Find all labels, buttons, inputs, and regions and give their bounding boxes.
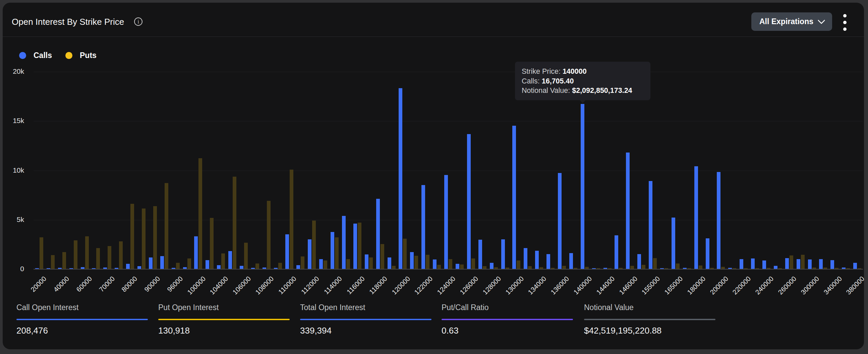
- call-bar[interactable]: [183, 267, 187, 269]
- put-bar[interactable]: [608, 268, 612, 269]
- put-bar[interactable]: [539, 267, 543, 269]
- call-bar[interactable]: [706, 238, 709, 269]
- put-bar[interactable]: [642, 265, 645, 269]
- put-bar[interactable]: [562, 266, 566, 269]
- put-bar[interactable]: [210, 218, 214, 269]
- put-bar[interactable]: [198, 158, 202, 269]
- call-bar[interactable]: [217, 265, 221, 269]
- call-bar[interactable]: [410, 252, 414, 269]
- put-bar[interactable]: [119, 242, 123, 269]
- call-bar[interactable]: [137, 266, 141, 269]
- put-bar[interactable]: [176, 263, 180, 269]
- call-bar[interactable]: [285, 234, 289, 269]
- put-bar[interactable]: [812, 267, 816, 269]
- put-bar[interactable]: [74, 240, 78, 269]
- call-bar[interactable]: [331, 232, 334, 269]
- call-bar[interactable]: [581, 104, 584, 269]
- call-bar[interactable]: [228, 251, 232, 269]
- call-bar[interactable]: [251, 268, 255, 269]
- call-bar[interactable]: [35, 268, 39, 269]
- call-bar[interactable]: [808, 259, 812, 269]
- put-bar[interactable]: [585, 267, 589, 269]
- call-bar[interactable]: [672, 218, 675, 269]
- call-bar[interactable]: [172, 268, 175, 269]
- put-bar[interactable]: [301, 256, 304, 269]
- call-bar[interactable]: [774, 266, 777, 269]
- put-bar[interactable]: [505, 267, 509, 269]
- call-bar[interactable]: [92, 268, 96, 269]
- put-bar[interactable]: [255, 263, 259, 269]
- put-bar[interactable]: [483, 266, 487, 269]
- put-bar[interactable]: [653, 258, 657, 269]
- call-bar[interactable]: [660, 268, 664, 269]
- call-bar[interactable]: [365, 254, 368, 269]
- call-bar[interactable]: [501, 239, 505, 269]
- call-bar[interactable]: [740, 259, 743, 269]
- call-bar[interactable]: [388, 257, 391, 269]
- call-bar[interactable]: [422, 185, 425, 269]
- put-bar[interactable]: [369, 257, 373, 269]
- call-bar[interactable]: [615, 235, 618, 269]
- call-bar[interactable]: [785, 258, 789, 269]
- call-bar[interactable]: [353, 224, 357, 269]
- call-bar[interactable]: [683, 268, 687, 269]
- call-bar[interactable]: [535, 251, 539, 269]
- call-bar[interactable]: [444, 175, 448, 269]
- put-bar[interactable]: [346, 259, 350, 269]
- put-bar[interactable]: [290, 170, 293, 269]
- put-bar[interactable]: [130, 204, 134, 269]
- put-bar[interactable]: [710, 268, 714, 269]
- put-bar[interactable]: [789, 255, 793, 269]
- put-bar[interactable]: [676, 263, 680, 269]
- call-bar[interactable]: [103, 267, 107, 269]
- put-bar[interactable]: [267, 201, 271, 269]
- put-bar[interactable]: [62, 252, 66, 269]
- call-bar[interactable]: [297, 265, 300, 269]
- put-bar[interactable]: [699, 265, 702, 269]
- put-bar[interactable]: [460, 264, 464, 269]
- call-bar[interactable]: [797, 259, 800, 269]
- call-bar[interactable]: [160, 256, 164, 269]
- call-bar[interactable]: [240, 266, 243, 269]
- put-bar[interactable]: [574, 268, 577, 269]
- call-bar[interactable]: [853, 263, 857, 269]
- put-bar[interactable]: [824, 267, 827, 269]
- call-bar[interactable]: [46, 268, 50, 269]
- put-bar[interactable]: [107, 246, 111, 269]
- put-bar[interactable]: [323, 260, 327, 269]
- call-bar[interactable]: [569, 253, 573, 269]
- call-bar[interactable]: [342, 216, 346, 269]
- put-bar[interactable]: [755, 268, 759, 269]
- put-bar[interactable]: [244, 243, 248, 269]
- put-bar[interactable]: [187, 258, 191, 269]
- call-bar[interactable]: [524, 248, 527, 269]
- put-bar[interactable]: [517, 260, 520, 269]
- put-bar[interactable]: [165, 183, 168, 269]
- call-bar[interactable]: [592, 268, 596, 269]
- put-bar[interactable]: [403, 239, 407, 269]
- call-bar[interactable]: [262, 267, 266, 269]
- put-bar[interactable]: [767, 268, 770, 269]
- put-bar[interactable]: [335, 237, 339, 269]
- put-bar[interactable]: [96, 248, 100, 269]
- call-bar[interactable]: [126, 264, 130, 269]
- put-bar[interactable]: [426, 255, 430, 269]
- put-bar[interactable]: [142, 208, 146, 269]
- call-bar[interactable]: [433, 259, 436, 269]
- call-bar[interactable]: [115, 268, 118, 269]
- call-bar[interactable]: [717, 172, 720, 269]
- call-bar[interactable]: [194, 236, 198, 269]
- put-bar[interactable]: [846, 268, 850, 269]
- put-bar[interactable]: [380, 244, 384, 269]
- put-bar[interactable]: [528, 266, 532, 269]
- call-bar[interactable]: [456, 264, 459, 269]
- call-bar[interactable]: [376, 199, 380, 269]
- call-bar[interactable]: [637, 254, 641, 269]
- call-bar[interactable]: [819, 259, 823, 269]
- call-bar[interactable]: [603, 268, 607, 269]
- put-bar[interactable]: [312, 221, 316, 269]
- put-bar[interactable]: [596, 268, 600, 269]
- call-bar[interactable]: [831, 260, 834, 269]
- call-bar[interactable]: [547, 254, 550, 269]
- call-bar[interactable]: [58, 268, 62, 269]
